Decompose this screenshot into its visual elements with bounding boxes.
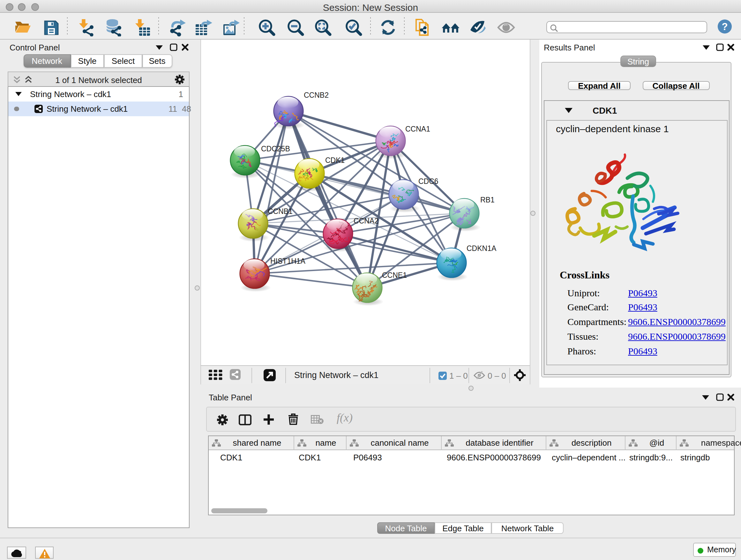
svg-text:CDK1: CDK1 — [325, 156, 345, 165]
svg-text:HIST1H1A: HIST1H1A — [270, 257, 306, 265]
svg-text:?: ? — [722, 21, 728, 32]
svg-text:CCNB1: CCNB1 — [268, 207, 293, 215]
svg-text:CDC6: CDC6 — [418, 177, 439, 186]
svg-text:CCNA1: CCNA1 — [405, 125, 430, 133]
svg-text:CCNE1: CCNE1 — [382, 271, 407, 279]
svg-text:CDC25B: CDC25B — [261, 145, 290, 153]
svg-text:CCNB2: CCNB2 — [304, 91, 329, 99]
svg-text:RB1: RB1 — [480, 196, 495, 204]
svg-text:CDKN1A: CDKN1A — [467, 244, 496, 253]
svg-text:CCNA2: CCNA2 — [354, 217, 379, 225]
